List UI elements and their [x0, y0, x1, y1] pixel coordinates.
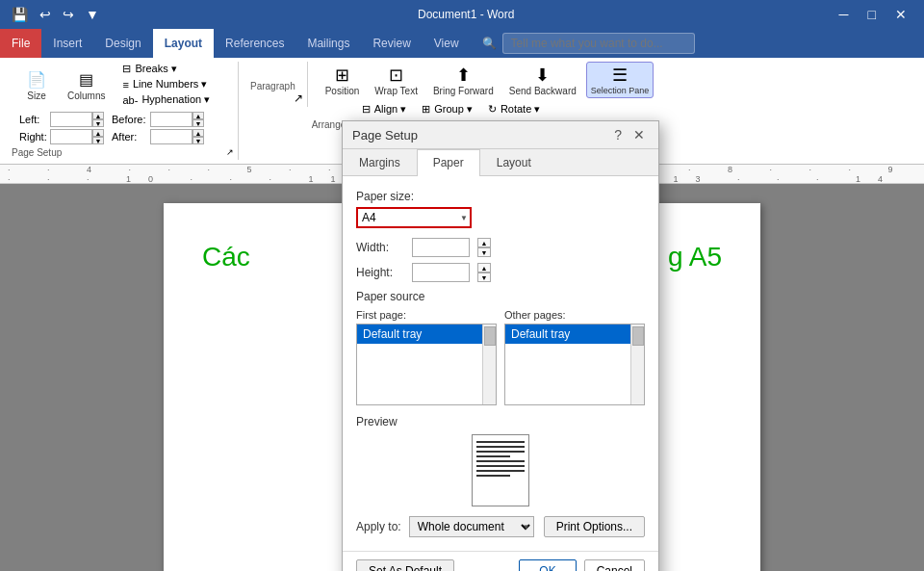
align-button[interactable]: ⊟ Align ▾	[358, 102, 411, 117]
preview-page	[472, 434, 529, 506]
bring-forward-button[interactable]: ⬆ Bring Forward	[427, 63, 500, 98]
dialog-body: Paper size: A4 A3 A5 Letter Legal Width:…	[343, 176, 658, 551]
other-pages-label: Other pages:	[504, 309, 645, 321]
dialog-title: Page Setup	[352, 128, 418, 143]
first-page-default-item[interactable]: Default tray	[357, 324, 496, 344]
ribbon-tabs: File Insert Design Layout References Mai…	[0, 29, 924, 58]
indent-left-input[interactable]: 0 cm ▲▼	[50, 112, 104, 127]
spacing-before-up[interactable]: ▲	[192, 112, 204, 119]
height-down-btn[interactable]: ▼	[477, 273, 491, 282]
indent-right-value[interactable]: 0 cm	[50, 129, 92, 144]
quick-save-icon[interactable]: 💾	[8, 5, 32, 24]
spacing-before-input[interactable]: 0 pt ▲▼	[150, 112, 204, 127]
maximize-btn[interactable]: □	[859, 0, 886, 29]
dialog-help-btn[interactable]: ?	[610, 127, 626, 143]
preview-line-4	[476, 455, 510, 457]
tab-view[interactable]: View	[423, 29, 471, 58]
ribbon-search-input[interactable]	[502, 33, 695, 54]
dialog-close-btn[interactable]: ✕	[629, 127, 649, 143]
height-label: Height:	[356, 266, 404, 279]
minimize-btn[interactable]: ─	[830, 0, 859, 29]
indent-right-input[interactable]: 0 cm ▲▼	[50, 129, 104, 144]
dialog-tab-paper[interactable]: Paper	[417, 149, 480, 176]
apply-to-select[interactable]: Whole document This point forward	[409, 516, 534, 537]
selection-pane-button[interactable]: ☰ Selection Pane	[586, 62, 654, 98]
tab-design[interactable]: Design	[93, 29, 152, 58]
group-button[interactable]: ⊞ Group ▾	[418, 102, 476, 117]
cancel-button[interactable]: Cancel	[584, 559, 645, 571]
page-setup-expand-icon[interactable]: ↗	[226, 147, 234, 157]
group-label: Group ▾	[434, 103, 473, 116]
other-pages-scrollbar[interactable]	[630, 324, 644, 404]
paper-source-label: Paper source	[356, 290, 645, 303]
indent-right-up[interactable]: ▲	[92, 129, 104, 137]
size-button[interactable]: 📄 Size	[19, 65, 54, 103]
spacing-before-down[interactable]: ▼	[192, 119, 204, 127]
redo-icon[interactable]: ↪	[59, 5, 78, 24]
ok-button[interactable]: OK	[519, 559, 576, 571]
first-page-scrollbar[interactable]	[482, 324, 496, 404]
send-backward-button[interactable]: ⬇ Send Backward	[503, 63, 582, 98]
paper-size-select[interactable]: A4 A3 A5 Letter Legal	[356, 207, 472, 228]
indent-left-value[interactable]: 0 cm	[50, 112, 92, 127]
first-page-listbox[interactable]: Default tray	[356, 324, 497, 405]
spacing-after-input[interactable]: 8 pt ▲▼	[150, 129, 204, 144]
apply-to-row: Apply to: Whole document This point forw…	[356, 516, 645, 537]
other-pages-listbox[interactable]: Default tray	[504, 324, 645, 405]
tab-layout[interactable]: Layout	[153, 29, 214, 58]
width-input[interactable]: 21 cm	[412, 238, 470, 257]
dialog-tab-margins[interactable]: Margins	[343, 149, 417, 175]
undo-icon[interactable]: ↩	[36, 5, 55, 24]
other-pages-default-item[interactable]: Default tray	[505, 324, 644, 344]
print-options-button[interactable]: Print Options...	[544, 516, 645, 537]
spacing-after-value[interactable]: 8 pt	[150, 129, 192, 144]
columns-button[interactable]: ▤ Columns	[62, 65, 111, 103]
indent-left-label: Left:	[19, 114, 46, 125]
position-button[interactable]: ⊞ Position	[320, 63, 366, 98]
wrap-text-label: Wrap Text	[374, 86, 418, 96]
spacing-before-value[interactable]: 0 pt	[150, 112, 192, 127]
height-input[interactable]: 29.7 cm	[412, 263, 470, 282]
height-up-btn[interactable]: ▲	[477, 263, 491, 273]
paragraph-expand-icon[interactable]: ↗	[294, 91, 303, 105]
first-page-scrollthumb[interactable]	[484, 326, 496, 346]
preview-line-1	[476, 441, 525, 443]
indent-right-down[interactable]: ▼	[92, 137, 104, 144]
indent-left-row: Left: 0 cm ▲▼	[19, 112, 104, 127]
indent-right-row: Right: 0 cm ▲▼	[19, 129, 104, 144]
width-up-btn[interactable]: ▲	[477, 238, 491, 247]
preview-section: Preview	[356, 415, 645, 506]
send-backward-label: Send Backward	[509, 86, 577, 96]
width-down-btn[interactable]: ▼	[477, 247, 491, 257]
preview-line-7	[476, 470, 525, 472]
height-spinners: ▲ ▼	[477, 263, 491, 282]
set-as-default-button[interactable]: Set As Default	[356, 559, 454, 571]
line-numbers-button[interactable]: ≡ Line Numbers ▾	[118, 77, 214, 91]
window-title: Document1 - Word	[107, 8, 826, 21]
tab-references[interactable]: References	[214, 29, 295, 58]
spacing-after-down[interactable]: ▼	[192, 137, 204, 144]
file-tab[interactable]: File	[0, 29, 41, 58]
indent-column: Left: 0 cm ▲▼ Right: 0 cm ▲▼	[19, 112, 104, 144]
line-numbers-icon: ≡	[122, 79, 128, 91]
ribbon-group-paragraph: Paragraph ↗	[239, 62, 308, 107]
indent-left-down[interactable]: ▼	[92, 119, 104, 127]
quick-access-dropdown[interactable]: ▼	[82, 5, 103, 24]
tab-insert[interactable]: Insert	[41, 29, 93, 58]
bring-forward-icon: ⬆	[456, 65, 471, 86]
tab-mailings[interactable]: Mailings	[295, 29, 361, 58]
width-spinners: ▲ ▼	[477, 238, 491, 257]
hyphenation-button[interactable]: ab- Hyphenation ▾	[118, 92, 214, 107]
spacing-after-up[interactable]: ▲	[192, 129, 204, 137]
first-page-label: First page:	[356, 309, 497, 321]
tab-review[interactable]: Review	[361, 29, 422, 58]
indent-left-up[interactable]: ▲	[92, 112, 104, 119]
position-label: Position	[325, 86, 360, 96]
arrange-group-label: Arrange	[312, 119, 346, 130]
rotate-button[interactable]: ↻ Rotate ▾	[484, 102, 544, 117]
wrap-text-button[interactable]: ⊡ Wrap Text	[369, 63, 424, 98]
other-pages-scrollthumb[interactable]	[632, 326, 644, 346]
dialog-tab-layout[interactable]: Layout	[480, 149, 548, 175]
breaks-button[interactable]: ⊟ Breaks ▾	[118, 62, 214, 76]
close-btn[interactable]: ✕	[886, 0, 916, 29]
